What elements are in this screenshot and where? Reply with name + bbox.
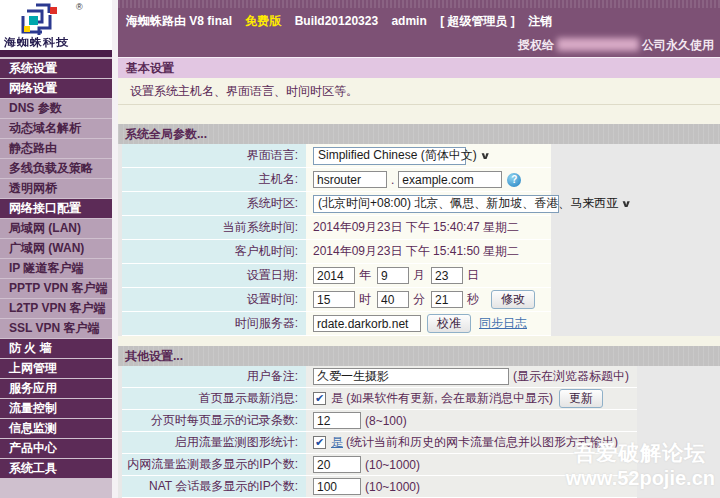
row-hostname: 主机名: . ? — [122, 168, 720, 192]
timezone-select[interactable]: (北京时间+08:00) 北京、佩思、新加坡、香港、马来西亚 ∨ — [313, 195, 559, 213]
hour-unit: 时 — [359, 291, 371, 308]
system-time-label: 当前系统时间: — [122, 216, 306, 240]
spacer — [118, 336, 720, 346]
logo-underline-bar — [0, 50, 112, 57]
row-nat-ip-count: NAT 会话最多显示的IP个数: (10~1000) — [122, 476, 720, 498]
calibrate-button[interactable]: 校准 — [427, 314, 471, 333]
page-records-label: 分页时每页显示的记录条数: — [122, 410, 306, 432]
row-page-records: 分页时每页显示的记录条数: (8~100) — [122, 410, 720, 432]
time-server-input[interactable] — [313, 315, 421, 332]
sidebar-item-firewall[interactable]: 防 火 墙 — [0, 339, 112, 358]
page-title: 基本设置 — [118, 57, 720, 78]
row-set-date: 设置日期: 年 月 日 — [122, 264, 720, 288]
second-input[interactable] — [431, 291, 463, 308]
traffic-graph-checkbox[interactable] — [313, 436, 326, 449]
right-column: 海蜘蛛路由 V8 final 免费版 Build20120323 admin [… — [112, 0, 720, 498]
system-time-value: 2014年09月23日 下午 15:40:47 星期二 — [313, 219, 519, 236]
lan-ip-count-label: 内网流量监测最多显示的IP个数: — [122, 454, 306, 476]
lan-ip-count-input[interactable] — [313, 456, 361, 473]
hostname-dot: . — [391, 173, 394, 187]
sidebar-item-network-settings[interactable]: 网络设置 — [0, 79, 112, 98]
brand-logo[interactable]: ® 海蜘蛛科技 — [0, 0, 112, 50]
hour-input[interactable] — [313, 291, 355, 308]
client-time-label: 客户机时间: — [122, 240, 306, 264]
redacted-company-name — [557, 38, 639, 51]
chevron-down-icon: ∨ — [479, 150, 490, 161]
sidebar-item-ssl-vpn-client[interactable]: SSL VPN 客户端 — [0, 319, 112, 338]
header-title-line: 海蜘蛛路由 V8 final 免费版 Build20120323 admin [… — [118, 0, 720, 30]
logout-link[interactable]: 注销 — [528, 14, 552, 28]
sidebar-item-ip-tunnel-client[interactable]: IP 隧道客户端 — [0, 259, 112, 278]
user-note-label: 用户备注: — [122, 366, 306, 388]
language-select-value: Simplified Chinese (简体中文) — [318, 147, 477, 164]
global-settings-table: 界面语言: Simplified Chinese (简体中文) ∨ 主机名: . — [122, 144, 720, 336]
sidebar-item-wan[interactable]: 广域网 (WAN) — [0, 239, 112, 258]
sidebar-item-traffic-control[interactable]: 流量控制 — [0, 399, 112, 418]
sidebar-nav: 系统设置 网络设置 DNS 参数 动态域名解析 静态路由 多线负载及策略 透明网… — [0, 57, 112, 498]
timezone-select-value: (北京时间+08:00) 北京、佩思、新加坡、香港、马来西亚 — [318, 195, 618, 212]
minute-input[interactable] — [377, 291, 409, 308]
help-icon[interactable]: ? — [507, 173, 521, 187]
section-other-header: 其他设置... — [118, 346, 720, 366]
traffic-graph-text: (统计当前和历史的网卡流量信息并以图形方式输出) — [346, 434, 618, 451]
year-input[interactable] — [313, 267, 355, 284]
sidebar-item-pptp-vpn-client[interactable]: PPTP VPN 客户端 — [0, 279, 112, 298]
language-select[interactable]: Simplified Chinese (简体中文) ∨ — [313, 147, 466, 165]
row-system-time: 当前系统时间: 2014年09月23日 下午 15:40:47 星期二 — [122, 216, 720, 240]
main-content: 基本设置 设置系统主机名、界面语言、时间时区等。 系统全局参数... 界面语言:… — [118, 57, 720, 498]
sidebar-item-interface-config[interactable]: 网络接口配置 — [0, 199, 112, 218]
page-records-input[interactable] — [313, 412, 361, 429]
client-time-value: 2014年09月23日 下午 15:41:50 星期二 — [313, 243, 519, 260]
year-unit: 年 — [359, 267, 371, 284]
sidebar-item-ddns[interactable]: 动态域名解析 — [0, 119, 112, 138]
month-input[interactable] — [377, 267, 409, 284]
license-suffix: 公司永久使用 — [642, 38, 714, 52]
day-input[interactable] — [431, 267, 463, 284]
modify-time-button[interactable]: 修改 — [491, 290, 535, 309]
traffic-graph-label: 启用流量监测图形统计: — [122, 432, 306, 454]
license-prefix: 授权给 — [518, 38, 554, 52]
language-label: 界面语言: — [122, 144, 306, 168]
sidebar-item-multiline-policy[interactable]: 多线负载及策略 — [0, 159, 112, 178]
section-global-header: 系统全局参数... — [118, 124, 720, 144]
set-time-label: 设置时间: — [122, 288, 306, 312]
sidebar-item-service-apps[interactable]: 服务应用 — [0, 379, 112, 398]
brand-logotype: 海蜘蛛科技 — [4, 35, 69, 50]
hostname-input[interactable] — [313, 171, 387, 188]
sidebar-item-system-settings[interactable]: 系统设置 — [0, 59, 112, 78]
news-text: 是 (如果软件有更新, 会在最新消息中显示) — [331, 390, 553, 407]
user-note-hint: (显示在浏览器标题中) — [513, 368, 629, 385]
spider-logo-icon — [14, 2, 72, 36]
sidebar-item-info-monitor[interactable]: 信息监测 — [0, 419, 112, 438]
router-admin-page: ® 海蜘蛛科技 系统设置 网络设置 DNS 参数 动态域名解析 静态路由 多线负… — [0, 0, 720, 498]
spacer — [118, 105, 720, 124]
row-news: 首页显示最新消息: 是 (如果软件有更新, 会在最新消息中显示) 更新 — [122, 388, 720, 410]
sidebar-item-internet-management[interactable]: 上网管理 — [0, 359, 112, 378]
nat-ip-count-input[interactable] — [313, 478, 361, 495]
sidebar-item-dns-params[interactable]: DNS 参数 — [0, 99, 112, 118]
row-time-server: 时间服务器: 校准 同步日志 — [122, 312, 720, 336]
traffic-graph-yes-link[interactable]: 是 — [331, 434, 343, 451]
row-timezone: 系统时区: (北京时间+08:00) 北京、佩思、新加坡、香港、马来西亚 ∨ — [122, 192, 720, 216]
user-role: [ 超级管理员 ] — [440, 14, 515, 28]
day-unit: 日 — [467, 267, 479, 284]
user-name: admin — [391, 14, 426, 28]
lan-ip-count-hint: (10~1000) — [365, 458, 420, 472]
domain-input[interactable] — [398, 171, 502, 188]
news-checkbox[interactable] — [313, 392, 326, 405]
hostname-label: 主机名: — [122, 168, 306, 192]
sidebar-item-system-tools[interactable]: 系统工具 — [0, 459, 112, 478]
sync-log-link[interactable]: 同步日志 — [479, 315, 527, 332]
second-unit: 秒 — [467, 291, 479, 308]
app-title: 海蜘蛛路由 V8 final — [126, 14, 232, 28]
nat-ip-count-label: NAT 会话最多显示的IP个数: — [122, 476, 306, 498]
sidebar-item-static-route[interactable]: 静态路由 — [0, 139, 112, 158]
user-note-input[interactable] — [313, 368, 509, 385]
sidebar-item-product-center[interactable]: 产品中心 — [0, 439, 112, 458]
row-traffic-graph: 启用流量监测图形统计: 是 (统计当前和历史的网卡流量信息并以图形方式输出) — [122, 432, 720, 454]
license-line: 授权给公司永久使用 — [518, 37, 714, 54]
update-button[interactable]: 更新 — [559, 389, 603, 408]
sidebar-item-lan[interactable]: 局域网 (LAN) — [0, 219, 112, 238]
sidebar-item-l2tp-vpn-client[interactable]: L2TP VPN 客户端 — [0, 299, 112, 318]
sidebar-item-transparent-bridge[interactable]: 透明网桥 — [0, 179, 112, 198]
